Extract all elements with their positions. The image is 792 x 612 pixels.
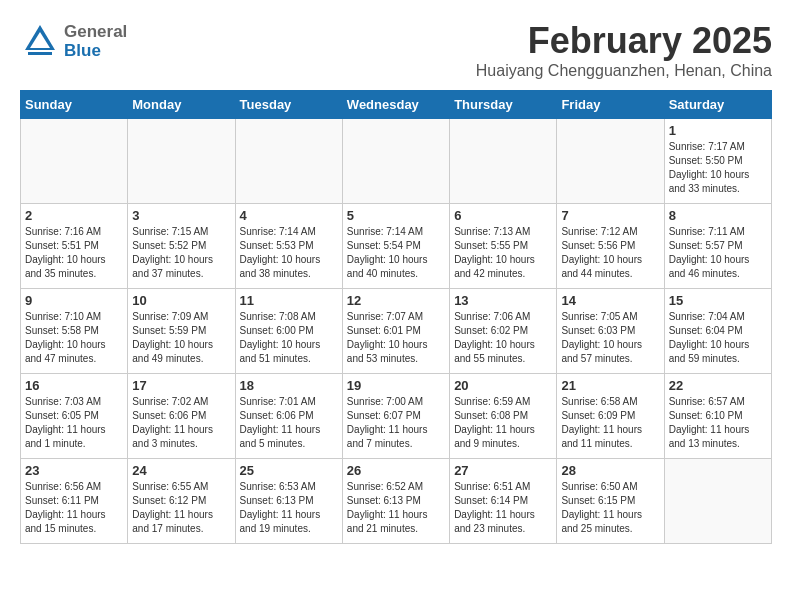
day-number: 26 — [347, 463, 445, 478]
day-info: Sunrise: 7:13 AM Sunset: 5:55 PM Dayligh… — [454, 225, 552, 281]
day-number: 7 — [561, 208, 659, 223]
logo-general: General — [64, 23, 127, 42]
day-number: 3 — [132, 208, 230, 223]
calendar-cell: 15Sunrise: 7:04 AM Sunset: 6:04 PM Dayli… — [664, 289, 771, 374]
calendar-cell: 1Sunrise: 7:17 AM Sunset: 5:50 PM Daylig… — [664, 119, 771, 204]
day-number: 27 — [454, 463, 552, 478]
day-info: Sunrise: 6:50 AM Sunset: 6:15 PM Dayligh… — [561, 480, 659, 536]
day-number: 24 — [132, 463, 230, 478]
calendar-cell: 20Sunrise: 6:59 AM Sunset: 6:08 PM Dayli… — [450, 374, 557, 459]
month-year-title: February 2025 — [476, 20, 772, 62]
calendar-cell: 24Sunrise: 6:55 AM Sunset: 6:12 PM Dayli… — [128, 459, 235, 544]
col-header-wednesday: Wednesday — [342, 91, 449, 119]
calendar-cell: 14Sunrise: 7:05 AM Sunset: 6:03 PM Dayli… — [557, 289, 664, 374]
day-info: Sunrise: 7:14 AM Sunset: 5:53 PM Dayligh… — [240, 225, 338, 281]
day-info: Sunrise: 6:58 AM Sunset: 6:09 PM Dayligh… — [561, 395, 659, 451]
day-info: Sunrise: 7:04 AM Sunset: 6:04 PM Dayligh… — [669, 310, 767, 366]
day-info: Sunrise: 7:12 AM Sunset: 5:56 PM Dayligh… — [561, 225, 659, 281]
day-number: 2 — [25, 208, 123, 223]
calendar-cell: 5Sunrise: 7:14 AM Sunset: 5:54 PM Daylig… — [342, 204, 449, 289]
logo-words: General Blue — [64, 23, 127, 60]
day-number: 25 — [240, 463, 338, 478]
day-info: Sunrise: 7:03 AM Sunset: 6:05 PM Dayligh… — [25, 395, 123, 451]
day-number: 20 — [454, 378, 552, 393]
day-info: Sunrise: 7:07 AM Sunset: 6:01 PM Dayligh… — [347, 310, 445, 366]
day-info: Sunrise: 6:56 AM Sunset: 6:11 PM Dayligh… — [25, 480, 123, 536]
calendar-cell: 27Sunrise: 6:51 AM Sunset: 6:14 PM Dayli… — [450, 459, 557, 544]
calendar-cell: 17Sunrise: 7:02 AM Sunset: 6:06 PM Dayli… — [128, 374, 235, 459]
day-info: Sunrise: 6:59 AM Sunset: 6:08 PM Dayligh… — [454, 395, 552, 451]
day-info: Sunrise: 6:53 AM Sunset: 6:13 PM Dayligh… — [240, 480, 338, 536]
calendar-cell: 6Sunrise: 7:13 AM Sunset: 5:55 PM Daylig… — [450, 204, 557, 289]
day-info: Sunrise: 6:57 AM Sunset: 6:10 PM Dayligh… — [669, 395, 767, 451]
logo-icon — [20, 20, 60, 64]
calendar-cell — [342, 119, 449, 204]
calendar-week-5: 23Sunrise: 6:56 AM Sunset: 6:11 PM Dayli… — [21, 459, 772, 544]
calendar-cell: 11Sunrise: 7:08 AM Sunset: 6:00 PM Dayli… — [235, 289, 342, 374]
day-info: Sunrise: 6:51 AM Sunset: 6:14 PM Dayligh… — [454, 480, 552, 536]
calendar-cell — [21, 119, 128, 204]
day-number: 1 — [669, 123, 767, 138]
day-info: Sunrise: 7:08 AM Sunset: 6:00 PM Dayligh… — [240, 310, 338, 366]
day-info: Sunrise: 7:01 AM Sunset: 6:06 PM Dayligh… — [240, 395, 338, 451]
day-number: 18 — [240, 378, 338, 393]
calendar-cell: 21Sunrise: 6:58 AM Sunset: 6:09 PM Dayli… — [557, 374, 664, 459]
calendar-week-3: 9Sunrise: 7:10 AM Sunset: 5:58 PM Daylig… — [21, 289, 772, 374]
day-number: 12 — [347, 293, 445, 308]
col-header-saturday: Saturday — [664, 91, 771, 119]
col-header-friday: Friday — [557, 91, 664, 119]
day-number: 22 — [669, 378, 767, 393]
day-info: Sunrise: 7:14 AM Sunset: 5:54 PM Dayligh… — [347, 225, 445, 281]
calendar-cell: 18Sunrise: 7:01 AM Sunset: 6:06 PM Dayli… — [235, 374, 342, 459]
day-info: Sunrise: 7:10 AM Sunset: 5:58 PM Dayligh… — [25, 310, 123, 366]
calendar-cell — [235, 119, 342, 204]
day-number: 10 — [132, 293, 230, 308]
day-number: 11 — [240, 293, 338, 308]
calendar-cell: 2Sunrise: 7:16 AM Sunset: 5:51 PM Daylig… — [21, 204, 128, 289]
calendar-cell: 10Sunrise: 7:09 AM Sunset: 5:59 PM Dayli… — [128, 289, 235, 374]
calendar-week-2: 2Sunrise: 7:16 AM Sunset: 5:51 PM Daylig… — [21, 204, 772, 289]
day-info: Sunrise: 7:00 AM Sunset: 6:07 PM Dayligh… — [347, 395, 445, 451]
day-number: 21 — [561, 378, 659, 393]
day-number: 8 — [669, 208, 767, 223]
day-info: Sunrise: 7:15 AM Sunset: 5:52 PM Dayligh… — [132, 225, 230, 281]
page-header: General Blue February 2025 Huaiyang Chen… — [20, 20, 772, 80]
calendar-cell — [664, 459, 771, 544]
day-info: Sunrise: 7:05 AM Sunset: 6:03 PM Dayligh… — [561, 310, 659, 366]
calendar-header-row: SundayMondayTuesdayWednesdayThursdayFrid… — [21, 91, 772, 119]
calendar-cell: 13Sunrise: 7:06 AM Sunset: 6:02 PM Dayli… — [450, 289, 557, 374]
day-number: 9 — [25, 293, 123, 308]
col-header-monday: Monday — [128, 91, 235, 119]
calendar-cell: 23Sunrise: 6:56 AM Sunset: 6:11 PM Dayli… — [21, 459, 128, 544]
day-number: 16 — [25, 378, 123, 393]
calendar-week-4: 16Sunrise: 7:03 AM Sunset: 6:05 PM Dayli… — [21, 374, 772, 459]
svg-rect-2 — [28, 52, 52, 55]
calendar-cell: 8Sunrise: 7:11 AM Sunset: 5:57 PM Daylig… — [664, 204, 771, 289]
calendar-week-1: 1Sunrise: 7:17 AM Sunset: 5:50 PM Daylig… — [21, 119, 772, 204]
location-subtitle: Huaiyang Chengguanzhen, Henan, China — [476, 62, 772, 80]
calendar-cell: 25Sunrise: 6:53 AM Sunset: 6:13 PM Dayli… — [235, 459, 342, 544]
calendar-cell: 12Sunrise: 7:07 AM Sunset: 6:01 PM Dayli… — [342, 289, 449, 374]
calendar-cell: 7Sunrise: 7:12 AM Sunset: 5:56 PM Daylig… — [557, 204, 664, 289]
day-number: 14 — [561, 293, 659, 308]
calendar-cell: 9Sunrise: 7:10 AM Sunset: 5:58 PM Daylig… — [21, 289, 128, 374]
calendar-cell: 3Sunrise: 7:15 AM Sunset: 5:52 PM Daylig… — [128, 204, 235, 289]
day-info: Sunrise: 7:09 AM Sunset: 5:59 PM Dayligh… — [132, 310, 230, 366]
day-number: 4 — [240, 208, 338, 223]
day-number: 6 — [454, 208, 552, 223]
calendar-cell: 4Sunrise: 7:14 AM Sunset: 5:53 PM Daylig… — [235, 204, 342, 289]
day-info: Sunrise: 7:06 AM Sunset: 6:02 PM Dayligh… — [454, 310, 552, 366]
day-info: Sunrise: 7:17 AM Sunset: 5:50 PM Dayligh… — [669, 140, 767, 196]
day-info: Sunrise: 6:55 AM Sunset: 6:12 PM Dayligh… — [132, 480, 230, 536]
calendar-cell — [557, 119, 664, 204]
day-info: Sunrise: 7:02 AM Sunset: 6:06 PM Dayligh… — [132, 395, 230, 451]
day-number: 5 — [347, 208, 445, 223]
day-number: 23 — [25, 463, 123, 478]
day-number: 13 — [454, 293, 552, 308]
calendar-cell: 28Sunrise: 6:50 AM Sunset: 6:15 PM Dayli… — [557, 459, 664, 544]
title-block: February 2025 Huaiyang Chengguanzhen, He… — [476, 20, 772, 80]
calendar-cell: 26Sunrise: 6:52 AM Sunset: 6:13 PM Dayli… — [342, 459, 449, 544]
day-number: 15 — [669, 293, 767, 308]
calendar-cell — [450, 119, 557, 204]
day-info: Sunrise: 7:11 AM Sunset: 5:57 PM Dayligh… — [669, 225, 767, 281]
